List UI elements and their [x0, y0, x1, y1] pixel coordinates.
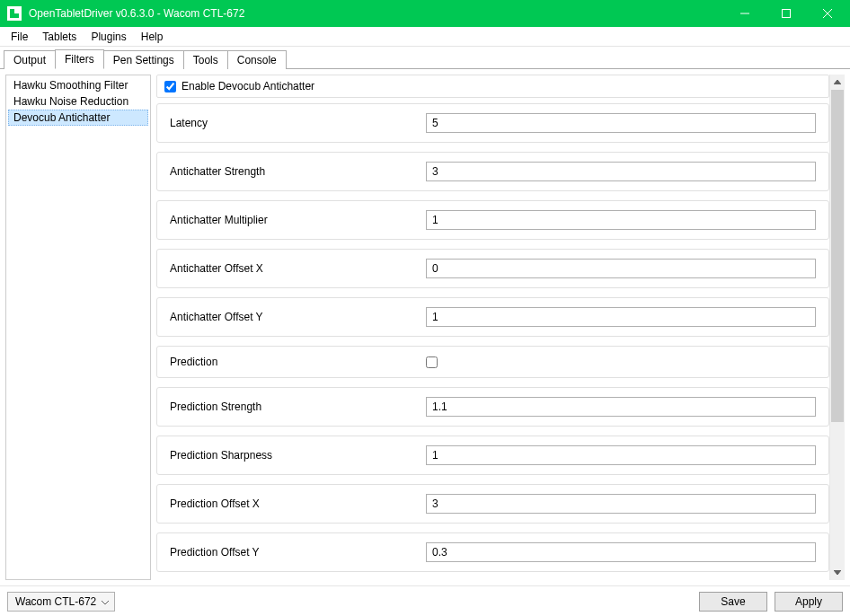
- filter-item-devocub-antichatter[interactable]: Devocub Antichatter: [8, 110, 148, 126]
- window-controls: [724, 0, 848, 27]
- device-select[interactable]: Wacom CTL-672: [7, 592, 115, 612]
- param-latency-input[interactable]: [426, 113, 816, 133]
- menu-file[interactable]: File: [4, 29, 35, 45]
- maximize-icon: [782, 9, 791, 18]
- param-prediction-offset-x: Prediction Offset X: [156, 484, 829, 524]
- save-button[interactable]: Save: [699, 592, 767, 612]
- param-antichatter-offset-x-input[interactable]: [426, 259, 816, 278]
- param-antichatter-multiplier-input[interactable]: [426, 210, 816, 230]
- menu-tablets[interactable]: Tablets: [35, 29, 84, 45]
- svg-rect-0: [783, 10, 791, 18]
- param-prediction-offset-y-input[interactable]: [426, 542, 816, 562]
- param-antichatter-offset-y-input[interactable]: [426, 307, 816, 327]
- minimize-button[interactable]: [724, 0, 766, 27]
- settings-panel: Enable Devocub Antichatter Latency Antic…: [156, 75, 845, 580]
- enable-checkbox[interactable]: [164, 81, 176, 92]
- param-antichatter-strength-label: Antichatter Strength: [170, 165, 426, 178]
- filter-list: Hawku Smoothing Filter Hawku Noise Reduc…: [5, 75, 151, 580]
- close-icon: [823, 9, 832, 18]
- device-select-value: Wacom CTL-672: [15, 595, 96, 608]
- scrollbar-down[interactable]: [830, 565, 845, 580]
- param-prediction-strength-label: Prediction Strength: [170, 400, 426, 413]
- param-latency-label: Latency: [170, 117, 426, 129]
- param-prediction-label: Prediction: [170, 356, 426, 368]
- tabbar: Output Filters Pen Settings Tools Consol…: [0, 47, 850, 69]
- app-icon: [7, 6, 22, 21]
- param-antichatter-offset-y: Antichatter Offset Y: [156, 297, 829, 337]
- tab-tools[interactable]: Tools: [183, 50, 228, 69]
- param-prediction-offset-y-label: Prediction Offset Y: [170, 546, 426, 559]
- param-prediction-offset-x-label: Prediction Offset X: [170, 497, 426, 510]
- param-antichatter-offset-y-label: Antichatter Offset Y: [170, 311, 426, 323]
- titlebar: OpenTabletDriver v0.6.3.0 - Wacom CTL-67…: [0, 0, 850, 27]
- enable-label: Enable Devocub Antichatter: [182, 80, 314, 92]
- scrollbar-thumb[interactable]: [831, 90, 844, 422]
- param-prediction-strength: Prediction Strength: [156, 387, 829, 427]
- scrollbar[interactable]: [829, 75, 845, 580]
- menubar: File Tablets Plugins Help: [0, 27, 850, 47]
- enable-row: Enable Devocub Antichatter: [156, 75, 829, 98]
- param-prediction-checkbox[interactable]: [426, 356, 438, 368]
- param-antichatter-multiplier-label: Antichatter Multiplier: [170, 214, 426, 226]
- menu-help[interactable]: Help: [134, 29, 171, 45]
- param-prediction-sharpness-label: Prediction Sharpness: [170, 449, 426, 462]
- param-antichatter-strength: Antichatter Strength: [156, 152, 829, 191]
- minimize-icon: [740, 9, 749, 18]
- param-prediction-offset-y: Prediction Offset Y: [156, 532, 829, 572]
- chevron-down-icon: [834, 570, 841, 575]
- param-prediction: Prediction: [156, 346, 829, 378]
- scrollbar-up[interactable]: [830, 75, 845, 90]
- window-title: OpenTabletDriver v0.6.3.0 - Wacom CTL-67…: [29, 7, 724, 20]
- tab-console[interactable]: Console: [227, 50, 287, 69]
- param-prediction-offset-x-input[interactable]: [426, 494, 816, 514]
- footer: Wacom CTL-672 Save Apply: [0, 585, 850, 616]
- param-antichatter-offset-x: Antichatter Offset X: [156, 249, 829, 288]
- menu-plugins[interactable]: Plugins: [84, 29, 133, 45]
- tab-output[interactable]: Output: [4, 50, 56, 69]
- close-button[interactable]: [807, 0, 848, 27]
- filter-item-hawku-smoothing[interactable]: Hawku Smoothing Filter: [8, 77, 148, 93]
- chevron-down-icon: [102, 595, 109, 608]
- param-prediction-sharpness: Prediction Sharpness: [156, 436, 829, 475]
- filter-item-hawku-noise[interactable]: Hawku Noise Reduction: [8, 93, 148, 110]
- param-antichatter-multiplier: Antichatter Multiplier: [156, 200, 829, 240]
- maximize-button[interactable]: [766, 0, 807, 27]
- param-antichatter-strength-input[interactable]: [426, 162, 816, 181]
- param-antichatter-offset-x-label: Antichatter Offset X: [170, 262, 426, 275]
- apply-button[interactable]: Apply: [775, 592, 843, 612]
- param-latency: Latency: [156, 103, 829, 143]
- chevron-up-icon: [834, 80, 841, 84]
- content-area: Hawku Smoothing Filter Hawku Noise Reduc…: [0, 69, 850, 585]
- tab-filters[interactable]: Filters: [55, 49, 104, 69]
- tab-pen-settings[interactable]: Pen Settings: [103, 50, 184, 69]
- param-prediction-sharpness-input[interactable]: [426, 445, 816, 465]
- param-prediction-strength-input[interactable]: [426, 397, 816, 417]
